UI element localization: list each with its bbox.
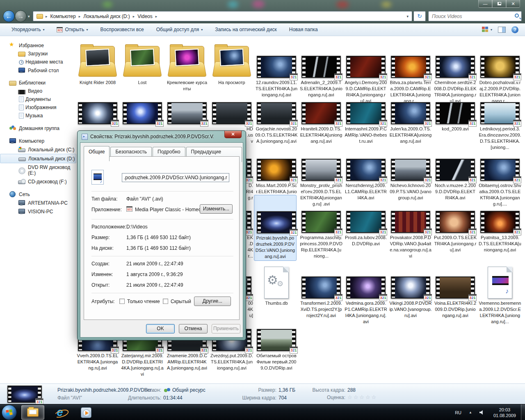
- file-item[interactable]: 321: [121, 87, 164, 126]
- sidebar-item-0-0[interactable]: Загрузки: [0, 50, 78, 58]
- taskbar-app-ie[interactable]: e: [48, 405, 71, 420]
- file-item[interactable]: ♪Vremenno.beremenna.2009.L2.DVDScr.ELEKT…: [479, 262, 521, 325]
- sidebar-item-3-3[interactable]: CD-дисковод (F:): [0, 177, 78, 186]
- toolbar-button-2[interactable]: Воспроизвести все: [96, 25, 149, 34]
- filename-input[interactable]: [122, 173, 229, 182]
- sidebar-item-3-1[interactable]: Локальный диск (D:): [0, 154, 76, 163]
- toolbar-button-3[interactable]: Общий доступ для▾: [151, 25, 208, 34]
- file-item[interactable]: 321Gorjachie.novosti.2009.O.TS.ELEKTRI4K…: [255, 87, 298, 144]
- sidebar-section-3[interactable]: Компьютер: [0, 137, 78, 145]
- recent-icon: [19, 60, 24, 65]
- file-item[interactable]: 321Transformeri.2.2009.XviD.TS.project2Y…: [300, 262, 342, 319]
- toolbar-button-1[interactable]: Открыть▾: [52, 25, 93, 34]
- sidebar-item-4-0[interactable]: ARTEMTANIA-PC: [0, 199, 78, 207]
- file-item[interactable]: 321Provakator.2008.P.DVDRip.VANO.[ka4ait…: [389, 196, 432, 259]
- file-item[interactable]: 321Internashnl.2009.P.CAMRip.VANO-thebes…: [345, 87, 387, 144]
- file-item[interactable]: 321Nerozhdennyj.2009.L1.CAMRip.ELEKTRI4K…: [345, 144, 387, 201]
- taskbar-app-firefox[interactable]: [101, 405, 124, 420]
- breadcrumb-separator[interactable]: ▸: [155, 14, 158, 18]
- file-item[interactable]: 321Vikingi.2008.P.DVDRip.VANO.[vanogroup…: [389, 262, 432, 319]
- breadcrumb-separator[interactable]: ▸: [78, 14, 82, 18]
- sidebar-item-1-3[interactable]: Музыка: [0, 112, 78, 120]
- folder-item[interactable]: На просмотр: [210, 41, 253, 86]
- file-item[interactable]: 321Обитаемый остров Фильм первый.2009.O.…: [255, 314, 298, 371]
- dialog-close-button[interactable]: ✕: [224, 131, 242, 138]
- file-item[interactable]: 321Prosti.za.lubov.2008.D.DVDRip.avi: [345, 196, 387, 247]
- rating-stars[interactable]: ☆☆☆☆☆: [347, 394, 377, 400]
- file-item[interactable]: 321: [76, 87, 119, 126]
- hidden-checkbox[interactable]: [163, 299, 168, 304]
- address-dropdown-icon[interactable]: ▾: [403, 14, 412, 18]
- volume-icon[interactable]: [479, 410, 484, 415]
- show-desktop-button[interactable]: [521, 404, 525, 420]
- toolbar-button-0[interactable]: Упорядочить▾: [7, 25, 49, 34]
- search-input[interactable]: [431, 12, 511, 21]
- file-item[interactable]: 321Miss.Mart.2009.P.Scr.ELEKTRI4KA.[unio…: [255, 144, 298, 201]
- sidebar-section-4[interactable]: Сеть: [0, 190, 78, 199]
- folder-item[interactable]: Lost: [121, 41, 164, 86]
- start-button[interactable]: [2, 405, 17, 420]
- back-button[interactable]: ←: [3, 10, 15, 22]
- views-button[interactable]: ▾: [482, 27, 492, 33]
- toolbar-button-5[interactable]: Новая папка: [284, 25, 323, 34]
- sidebar-item-0-2[interactable]: Рабочий стол: [0, 66, 78, 75]
- toolbar-button-4[interactable]: Запись на оптический диск: [210, 25, 282, 34]
- file-item[interactable]: 321: [166, 87, 208, 126]
- file-item[interactable]: 321Prizraki.byvshih.podruzhek.2009.P.DVD…: [254, 195, 297, 261]
- history-dropdown-icon[interactable]: ▾: [28, 14, 30, 18]
- change-app-button[interactable]: Изменить...: [200, 204, 233, 214]
- tray-expand-icon[interactable]: ▲: [466, 411, 475, 414]
- breadcrumb-item-1[interactable]: Локальный диск (D:): [81, 13, 132, 20]
- sidebar-item-0-1[interactable]: Недавние места: [0, 58, 78, 66]
- ok-button[interactable]: OK: [146, 324, 175, 333]
- close-button[interactable]: ✕: [506, 0, 520, 8]
- search-icon[interactable]: [515, 14, 519, 18]
- breadcrumb-item-0[interactable]: Компьютер: [48, 13, 78, 20]
- file-item[interactable]: 321Hraniteli.2009.D.TS.ELEKTRI4KA[uniong…: [300, 87, 342, 144]
- sidebar-item-1-0[interactable]: Видео: [0, 87, 78, 95]
- apply-button[interactable]: Применить: [212, 324, 240, 333]
- file-item[interactable]: 321Programma.zaschity.princess.2009.P.DV…: [300, 196, 342, 259]
- read-only-checkbox[interactable]: [119, 299, 125, 304]
- file-item[interactable]: 321Lednikovyj.period.3.Era.dinozavrov.20…: [479, 87, 521, 151]
- sidebar-section-2[interactable]: Домашняя группа: [0, 124, 78, 132]
- tab-0[interactable]: Общие: [84, 146, 110, 161]
- toolbar-right: ▾ ?: [482, 26, 525, 33]
- other-attributes-button[interactable]: Другие...: [194, 297, 231, 306]
- size-label: Размер:: [235, 387, 276, 393]
- sidebar-item-3-2[interactable]: DVD RW дисковод (E:): [0, 163, 78, 177]
- cancel-button[interactable]: Отмена: [179, 324, 208, 333]
- refresh-button[interactable]: ↻: [413, 11, 426, 21]
- file-item[interactable]: 321kod_2009.avi: [434, 87, 477, 132]
- breadcrumb-item-2[interactable]: Videos: [135, 13, 154, 20]
- clock[interactable]: 20:03 01.08.2009: [488, 407, 521, 418]
- help-button[interactable]: ?: [511, 26, 518, 33]
- breadcrumb-separator[interactable]: ▸: [132, 14, 136, 18]
- sidebar-item-4-1[interactable]: VISION-PC: [0, 207, 78, 216]
- sidebar-item-1-2[interactable]: Изображения: [0, 103, 78, 112]
- file-item[interactable]: 321Voina.ELEKTRI4KI.2009.D.DVDRip.[union…: [434, 262, 477, 319]
- preview-pane-button[interactable]: [498, 27, 506, 33]
- address-bar[interactable]: ▸ Компьютер▸Локальный диск (D:)▸Videos▸ …: [33, 11, 412, 21]
- file-item[interactable]: 321Vedmina.gora.2009.P1.CAMRip.ELEKTRI4K…: [345, 262, 387, 325]
- file-item[interactable]: 321Noch.v.muzee.2.2009.D.DVDRip.ELEKTRI4…: [434, 144, 477, 201]
- taskbar-app-wmp[interactable]: [75, 405, 98, 420]
- file-item[interactable]: 321Julen'ka.2009.O.TS.ELEKTRI4KA[unionga…: [389, 87, 432, 144]
- file-item[interactable]: 321Nichevo.lichnovo.2009.P.TS.VANO.[vano…: [389, 144, 432, 201]
- sidebar-item-1-1[interactable]: Документы: [0, 95, 78, 103]
- sidebar-item-3-0[interactable]: Локальный диск (C:): [0, 145, 78, 154]
- restore-button[interactable]: [492, 0, 506, 8]
- sidebar-section-0[interactable]: Избранное: [0, 41, 78, 50]
- forward-button[interactable]: →: [15, 10, 27, 22]
- folder-item[interactable]: Knight Rider 2008: [76, 41, 119, 86]
- folder-item[interactable]: Кремлевские курсанты: [166, 41, 208, 92]
- file-item[interactable]: 321Pyatnitsa_13.2009.D.TS.ELEKTRI4KA[uni…: [479, 196, 521, 253]
- language-indicator[interactable]: RU: [451, 410, 466, 415]
- search-box[interactable]: [428, 11, 522, 21]
- taskbar-app-explorer[interactable]: [21, 405, 44, 420]
- file-item[interactable]: 321Put.2009.O.TS.ELEKTRI4KA.[uniongang.r…: [434, 196, 477, 253]
- dialog-titlebar[interactable]: Свойства: Prizraki.byvshih.podruzhek.200…: [78, 131, 246, 142]
- file-item[interactable]: ⚙⚙Thumbs.db: [255, 262, 298, 306]
- minimize-button[interactable]: —: [478, 0, 492, 8]
- sidebar-section-1[interactable]: Библиотеки: [0, 79, 78, 87]
